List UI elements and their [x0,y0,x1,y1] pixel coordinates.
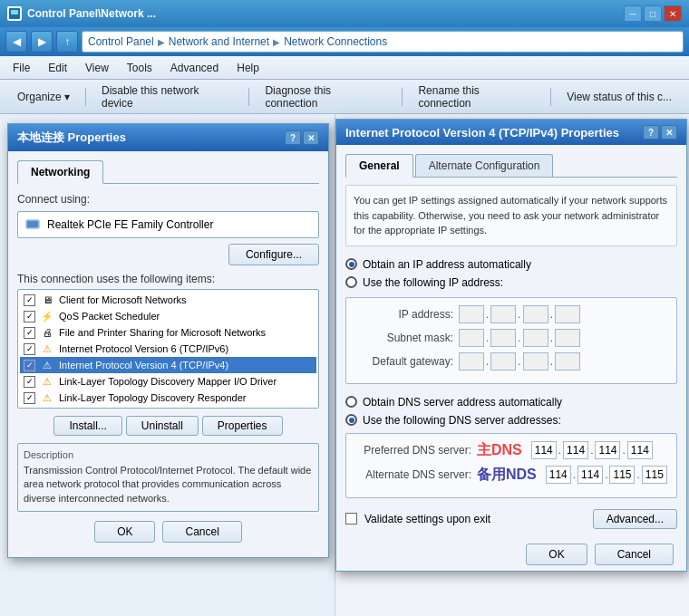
subnet-octet-3[interactable] [523,329,548,347]
breadcrumb-sep-1: ▶ [158,37,165,47]
ip-fields-group: IP address: . . . Subnet mask: [345,297,677,384]
item-checkbox-fileprint[interactable]: ✓ [24,327,35,339]
ip-octet-4[interactable] [555,305,580,323]
disable-device-button[interactable]: Disable this network device [92,80,243,114]
menu-tools[interactable]: Tools [118,60,161,76]
gateway-octet-1[interactable] [459,352,484,371]
minimize-button[interactable]: ─ [624,5,642,22]
alternate-dns-octet-1[interactable] [546,466,571,484]
list-item-lltd-responder[interactable]: ✓ ⚠ Link-Layer Topology Discovery Respon… [20,390,316,406]
menu-advanced[interactable]: Advanced [161,60,228,76]
list-item-ipv6[interactable]: ✓ ⚠ Internet Protocol Version 6 (TCP/IPv… [20,341,316,357]
breadcrumb-sep-2: ▶ [273,37,280,47]
item-checkbox-lltd-responder[interactable]: ✓ [24,392,35,404]
diagnose-button[interactable]: Diagnose this connection [255,80,396,114]
subnet-octet-1[interactable] [459,329,484,347]
alternate-dns-octet-4[interactable] [642,466,667,484]
alternate-dns-octet-2[interactable] [577,466,603,484]
ip-octet-3[interactable] [523,305,548,323]
maximize-button[interactable]: □ [644,5,662,22]
item-icon-lltd-responder: ⚠ [41,391,53,404]
menu-view[interactable]: View [76,60,118,76]
install-button[interactable]: Install... [53,416,121,436]
item-checkbox-lltd-mapper[interactable]: ✓ [24,376,35,388]
ip-radio-group: Obtain an IP address automatically Use t… [345,255,677,292]
use-following-dns-row[interactable]: Use the following DNS server addresses: [345,411,677,429]
menu-help[interactable]: Help [228,60,268,76]
preferred-dns-octet-4[interactable] [627,441,653,459]
tcp-title-text: Internet Protocol Version 4 (TCP/IPv4) P… [345,126,619,140]
alternate-dns-row: Alternate DNS server: 备用NDS . . . [354,466,669,485]
tab-networking[interactable]: Networking [17,160,103,184]
use-following-ip-row[interactable]: Use the following IP address: [345,274,677,292]
dialog-close-button[interactable]: ✕ [303,130,319,145]
item-icon-fileprint: 🖨 [41,326,53,339]
view-status-button[interactable]: View status of this c... [557,86,682,108]
subnet-field: . . . [459,329,580,347]
configure-button[interactable]: Configure... [228,244,319,265]
svg-rect-10 [27,221,38,227]
tcp-close-button[interactable]: ✕ [661,125,677,140]
toolbar-separator-2 [248,88,249,106]
tcp-ok-button[interactable]: OK [526,544,587,565]
gateway-octet-4[interactable] [555,352,580,371]
dns-group: Obtain DNS server address automatically … [345,393,677,498]
close-button[interactable]: ✕ [664,5,682,22]
preferred-dns-octet-3[interactable] [595,441,620,459]
up-button[interactable]: ↑ [56,31,78,53]
gateway-octet-3[interactable] [523,352,548,371]
props-cancel-button[interactable]: Cancel [162,521,241,543]
forward-button[interactable]: ▶ [31,31,53,53]
validate-checkbox[interactable] [345,513,357,525]
list-item-fileprint[interactable]: ✓ 🖨 File and Printer Sharing for Microso… [20,324,316,341]
back-button[interactable]: ◀ [5,31,27,53]
list-item-client[interactable]: ✓ 🖥 Client for Microsoft Networks [20,292,316,308]
use-following-dns-label: Use the following DNS server addresses: [363,414,561,427]
use-following-dns-radio[interactable] [345,414,357,426]
ip-octet-2[interactable] [490,305,516,323]
list-item-ipv4[interactable]: ✓ ⚠ Internet Protocol Version 4 (TCP/IPv… [20,357,316,373]
uninstall-button[interactable]: Uninstall [126,416,199,436]
toolbar-separator-3 [402,88,403,106]
subnet-octet-4[interactable] [555,329,580,347]
props-ok-button[interactable]: OK [94,521,155,543]
organize-button[interactable]: Organize ▾ [7,86,80,108]
item-label-lltd-responder: Link-Layer Topology Discovery Responder [59,392,246,403]
list-item-qos[interactable]: ✓ ⚡ QoS Packet Scheduler [20,308,316,324]
description-text: Transmission Control Protocol/Internet P… [24,464,313,505]
menu-edit[interactable]: Edit [39,60,76,76]
subnet-octet-2[interactable] [490,329,516,347]
obtain-ip-auto-label: Obtain an IP address automatically [363,258,531,271]
obtain-ip-auto-row[interactable]: Obtain an IP address automatically [345,255,677,274]
menu-file[interactable]: File [4,60,39,76]
tcp-cancel-button[interactable]: Cancel [595,544,674,565]
breadcrumb-network-internet[interactable]: Network and Internet [169,35,269,48]
item-checkbox-ipv6[interactable]: ✓ [24,343,35,355]
alternate-dns-octet-3[interactable] [609,466,635,484]
obtain-dns-auto-row[interactable]: Obtain DNS server address automatically [345,393,677,411]
preferred-dns-octet-1[interactable] [531,441,557,459]
title-bar: Control Panel\Network ... ─ □ ✕ [0,0,689,27]
item-checkbox-qos[interactable]: ✓ [24,311,35,322]
gateway-field: . . . [459,352,580,371]
dialog-help-button[interactable]: ? [285,130,301,145]
item-checkbox-client[interactable]: ✓ [24,294,35,306]
preferred-dns-octet-2[interactable] [563,441,588,459]
item-checkbox-ipv4[interactable]: ✓ [24,360,35,371]
obtain-dns-auto-radio[interactable] [345,396,357,408]
breadcrumb-control-panel[interactable]: Control Panel [88,35,154,48]
tab-alternate-config[interactable]: Alternate Configuration [415,154,554,177]
properties-button[interactable]: Properties [202,416,283,436]
advanced-button[interactable]: Advanced... [593,509,677,529]
validate-label: Validate settings upon exit [364,513,490,525]
rename-button[interactable]: Rename this connection [408,80,545,114]
tab-general[interactable]: General [345,154,413,178]
breadcrumb-network-connections[interactable]: Network Connections [284,35,387,48]
item-label-qos: QoS Packet Scheduler [59,311,160,322]
use-following-ip-radio[interactable] [345,276,357,288]
list-item-lltd-mapper[interactable]: ✓ ⚠ Link-Layer Topology Discovery Mapper… [20,373,316,390]
gateway-octet-2[interactable] [490,352,516,371]
ip-octet-1[interactable] [459,305,484,323]
tcp-help-button[interactable]: ? [643,125,659,140]
obtain-ip-auto-radio[interactable] [345,258,357,270]
